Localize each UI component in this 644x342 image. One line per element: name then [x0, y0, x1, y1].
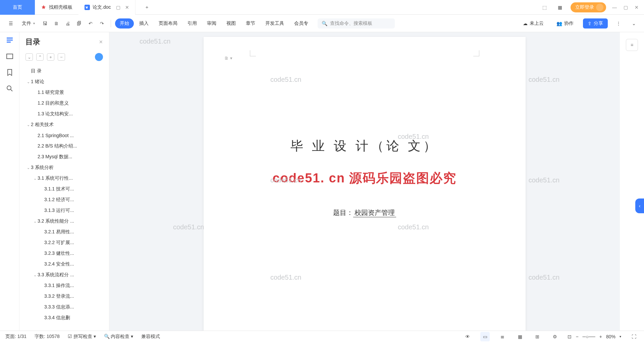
outline-node[interactable]: 1.3 论文结构安...: [19, 109, 106, 119]
word-icon: [85, 5, 90, 10]
watermark-grey: code51.cn: [529, 176, 559, 184]
add-node-icon[interactable]: +: [47, 53, 54, 61]
page-header-icon[interactable]: 🗎 ▾: [224, 56, 232, 61]
collab-button[interactable]: 👥协作: [553, 18, 577, 28]
document-canvas[interactable]: 🗎 ▾ 毕 业 设 计（论 文） 题目：校园资产管理 code51. cn 源码…: [109, 32, 620, 331]
undo-icon[interactable]: ↶: [86, 19, 95, 28]
outline-title: 目录: [25, 37, 99, 47]
status-bar: 页面: 1/31 字数: 10578 ☑ 拼写检查 ▾ 🔍 内容检查 ▾ 兼容模…: [0, 331, 644, 342]
outline-rail-icon[interactable]: [6, 36, 14, 44]
fullscreen-icon[interactable]: ⛶: [629, 332, 639, 341]
side-tab-icon[interactable]: ‹: [635, 198, 644, 213]
view-page-icon[interactable]: ▭: [480, 332, 490, 341]
ribbon-tab-1[interactable]: 插入: [135, 18, 153, 28]
outline-node[interactable]: ⌄3.2 系统性能分 ...: [19, 216, 106, 227]
svg-rect-4: [7, 54, 13, 59]
view-web-icon[interactable]: ▦: [515, 332, 525, 341]
file-menu[interactable]: 文件▾: [18, 18, 38, 28]
outline-node[interactable]: 2.1 SpringBoot ...: [19, 130, 106, 141]
word-count[interactable]: 字数: 10578: [35, 334, 60, 340]
tab-document[interactable]: 论文.doc ▢ ✕: [78, 0, 136, 15]
outline-node[interactable]: ⌄3 系统分析: [19, 162, 106, 173]
ribbon-tab-6[interactable]: 章节: [241, 18, 260, 28]
search-input[interactable]: 🔍 查找命令、搜索模板: [318, 18, 395, 28]
cloud-icon: ☁: [523, 21, 528, 26]
outline-node[interactable]: ⌄3.3 系统流程分 ...: [19, 270, 106, 280]
minimize-icon[interactable]: —: [612, 5, 617, 10]
page-indicator[interactable]: 页面: 1/31: [5, 334, 26, 340]
share-button[interactable]: ⇪分享: [583, 18, 608, 28]
tab-template[interactable]: 找稻壳模板: [35, 0, 78, 15]
view-outline-icon[interactable]: ≣: [498, 332, 507, 341]
print-icon[interactable]: 🖨: [63, 19, 72, 28]
hamburger-icon[interactable]: ☰: [5, 19, 16, 28]
outline-node[interactable]: ⌄3.1 系统可行性...: [19, 173, 106, 184]
ribbon-tab-4[interactable]: 审阅: [202, 18, 221, 28]
more-icon[interactable]: ⋮: [614, 19, 623, 28]
close-icon[interactable]: ✕: [635, 5, 639, 10]
tab-close-icon[interactable]: ✕: [125, 5, 129, 10]
outline-close-icon[interactable]: ✕: [99, 39, 103, 45]
redo-icon[interactable]: ↷: [97, 19, 107, 28]
outline-node[interactable]: 1.1 研究背景: [19, 87, 106, 98]
outline-node[interactable]: 1.2 目的和意义: [19, 98, 106, 109]
outline-node[interactable]: 2.3 Mysql 数据...: [19, 152, 106, 162]
zoom-in-icon[interactable]: +: [599, 334, 602, 339]
ribbon-tab-8[interactable]: 会员专: [289, 18, 313, 28]
assistant-icon[interactable]: [95, 53, 103, 61]
left-rail: [0, 32, 19, 331]
maximize-icon[interactable]: ▢: [624, 5, 628, 10]
ribbon-tab-5[interactable]: 视图: [222, 18, 240, 28]
tab-add-button[interactable]: ＋: [142, 3, 152, 12]
outline-node[interactable]: 3.2.1 易用性...: [19, 227, 106, 237]
collapse-all-icon[interactable]: ⌄: [25, 53, 33, 61]
outline-node[interactable]: 3.1.2 经济可...: [19, 194, 106, 205]
outline-node[interactable]: 3.1.3 运行可...: [19, 205, 106, 216]
collab-icon: 👥: [556, 21, 562, 26]
box-rail-icon[interactable]: [6, 52, 14, 60]
inspect-button[interactable]: 🔍 内容检查 ▾: [104, 334, 133, 340]
outline-node[interactable]: 3.1.1 技术可...: [19, 184, 106, 194]
expand-all-icon[interactable]: ⌃: [36, 53, 44, 61]
watermark-red: code51. cn 源码乐园盗图必究: [273, 170, 457, 187]
cloud-status[interactable]: ☁未上云: [520, 18, 547, 28]
outline-node[interactable]: 3.2.2 可扩展...: [19, 237, 106, 248]
remove-node-icon[interactable]: −: [58, 53, 65, 61]
spellcheck-button[interactable]: ☑ 拼写检查 ▾: [68, 334, 96, 340]
ribbon-tab-7[interactable]: 开发工具: [261, 18, 289, 28]
outline-node[interactable]: 3.3.4 信息删: [19, 312, 106, 323]
ribbon-tab-0[interactable]: 开始: [115, 18, 134, 28]
outline-node[interactable]: 目 录: [19, 66, 106, 76]
outline-node[interactable]: 3.3.2 登录流...: [19, 291, 106, 302]
outline-node[interactable]: ⌄1 绪论: [19, 76, 106, 87]
outline-node[interactable]: ⌄2 相关技术: [19, 119, 106, 130]
outline-node[interactable]: 2.2 B/S 结构介绍...: [19, 141, 106, 152]
save-icon[interactable]: 🖫: [40, 19, 50, 28]
outline-node[interactable]: 3.3.1 操作流...: [19, 280, 106, 291]
outline-node[interactable]: 3.3.3 信息添...: [19, 302, 106, 312]
zoom-slider[interactable]: ─○──: [583, 334, 595, 339]
bookmark-rail-icon[interactable]: [6, 68, 14, 76]
layout-icon[interactable]: ⬚: [540, 3, 549, 12]
zoom-out-icon[interactable]: −: [576, 334, 578, 339]
ribbon-tab-3[interactable]: 引用: [183, 18, 202, 28]
zoom-fit-icon[interactable]: ⊡: [568, 334, 572, 339]
login-button[interactable]: 立即登录: [571, 2, 606, 12]
zoom-value[interactable]: 80%: [606, 334, 615, 339]
outline-node[interactable]: 3.2.4 安全性...: [19, 259, 106, 270]
read-mode-icon[interactable]: 👁: [463, 332, 472, 341]
preview-icon[interactable]: 🗐: [74, 19, 84, 28]
tab-window-icon[interactable]: ▢: [116, 5, 120, 10]
outline-node[interactable]: 3.2.3 健壮性...: [19, 248, 106, 259]
search-rail-icon[interactable]: [6, 84, 14, 93]
margin-marker: [473, 50, 479, 56]
export-icon[interactable]: 🗎: [52, 19, 61, 28]
collapse-ribbon-icon[interactable]: ⌄: [629, 19, 639, 28]
view-ruler-icon[interactable]: ⊞: [533, 332, 542, 341]
view-tool-icon[interactable]: ⚙: [550, 332, 559, 341]
apps-icon[interactable]: ▦: [555, 3, 565, 12]
ribbon-tab-2[interactable]: 页面布局: [154, 18, 182, 28]
right-rail-toggle-icon[interactable]: ≡: [626, 39, 638, 51]
watermark-grey: code51.cn: [140, 38, 170, 45]
tab-home[interactable]: 首页: [0, 0, 35, 15]
